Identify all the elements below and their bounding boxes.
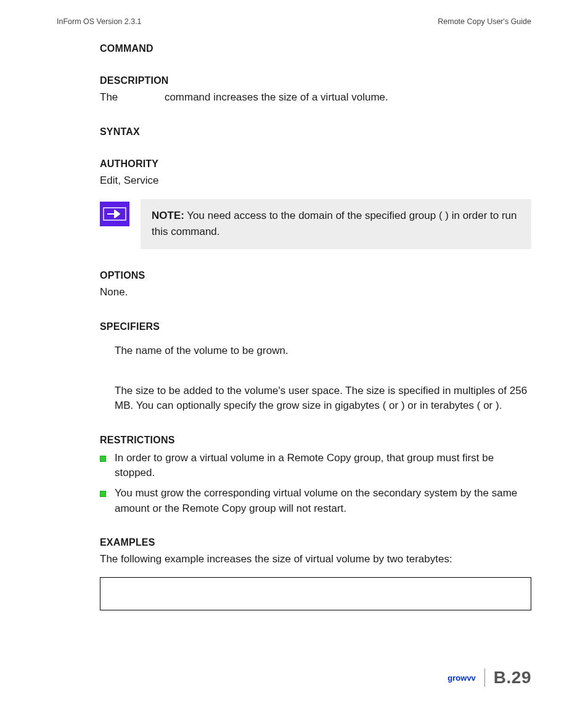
heading-description: DESCRIPTION — [100, 75, 531, 86]
content-area: COMMAND DESCRIPTION The command increase… — [100, 43, 531, 610]
bullet-icon — [100, 491, 106, 497]
list-item: You must grow the corresponding virtual … — [100, 486, 531, 516]
page-footer: growvv B.29 — [447, 668, 531, 688]
page-header: InForm OS Version 2.3.1 Remote Copy User… — [57, 17, 531, 26]
heading-restrictions: RESTRICTIONS — [100, 435, 531, 446]
description-post: command increases the size of a virtual … — [165, 91, 388, 103]
description-gap — [121, 91, 161, 103]
specifier-1: The name of the volume to be grown. — [115, 343, 531, 359]
arrow-right-icon — [100, 202, 129, 226]
description-body: The command increases the size of a virt… — [100, 90, 531, 105]
note-text-box: NOTE: You need access to the domain of t… — [141, 199, 531, 249]
heading-specifiers: SPECIFIERS — [100, 321, 531, 332]
authority-body: Edit, Service — [100, 173, 531, 189]
footer-divider — [484, 668, 485, 687]
specifier-2: The size to be added to the volume's use… — [115, 384, 531, 414]
examples-body: The following example increases the size… — [100, 552, 531, 567]
restriction-2: You must grow the corresponding virtual … — [115, 486, 531, 516]
description-pre: The — [100, 91, 121, 103]
footer-command: growvv — [447, 673, 476, 683]
heading-syntax: SYNTAX — [100, 126, 531, 138]
heading-options: OPTIONS — [100, 270, 531, 281]
note-body: You need access to the domain of the spe… — [152, 210, 517, 237]
note-block: NOTE: You need access to the domain of t… — [100, 199, 531, 249]
list-item: In order to grow a virtual volume in a R… — [100, 451, 531, 481]
footer-page-number: B.29 — [494, 668, 531, 688]
header-right: Remote Copy User's Guide — [438, 17, 531, 26]
heading-authority: AUTHORITY — [100, 158, 531, 170]
example-code-box — [100, 577, 531, 610]
bullet-icon — [100, 456, 106, 462]
heading-command: COMMAND — [100, 43, 531, 54]
header-left: InForm OS Version 2.3.1 — [57, 17, 142, 26]
document-page: InForm OS Version 2.3.1 Remote Copy User… — [0, 0, 588, 706]
note-label: NOTE: — [152, 210, 184, 221]
heading-examples: EXAMPLES — [100, 537, 531, 548]
options-body: None. — [100, 285, 531, 300]
restriction-1: In order to grow a virtual volume in a R… — [115, 451, 531, 481]
